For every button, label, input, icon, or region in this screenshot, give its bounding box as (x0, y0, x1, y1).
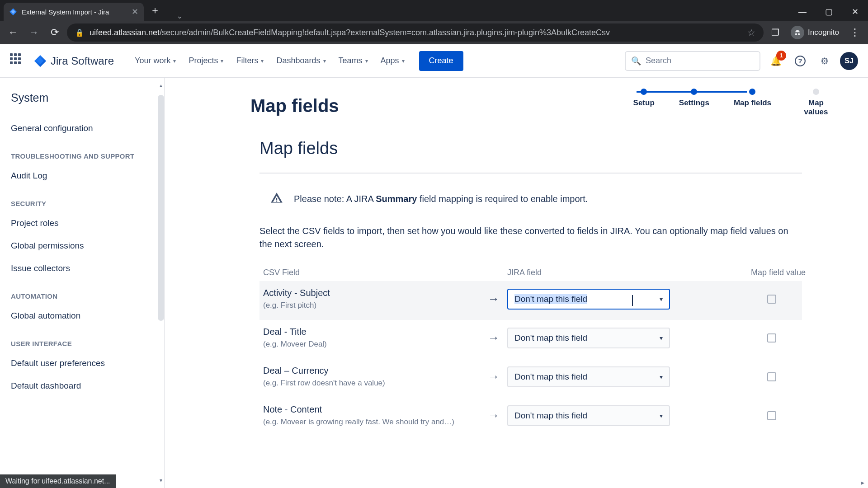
sidebar-heading: USER INTERFACE (11, 340, 164, 347)
jira-field-select[interactable]: Don't map this field▾ (507, 289, 670, 310)
sidebar: System General configurationTROUBLESHOOT… (0, 78, 165, 488)
arrow-right-icon: → (480, 408, 507, 422)
close-window-button[interactable]: ✕ (842, 3, 868, 21)
incognito-badge: Incognito (787, 26, 843, 39)
user-avatar[interactable]: SJ (840, 52, 858, 70)
jira-logo[interactable]: Jira Software (33, 54, 114, 68)
instructions: Select the CSV fields to import, then se… (259, 225, 797, 251)
jira-favicon-icon (9, 8, 17, 16)
sidebar-item-project-roles[interactable]: Project roles (11, 212, 164, 235)
tabs-caret-icon[interactable]: ⌄ (166, 11, 193, 21)
chevron-down-icon: ▾ (660, 296, 663, 303)
jira-field-select[interactable]: Don't map this field▾ (507, 366, 670, 387)
chevron-down-icon: ▾ (323, 58, 326, 64)
jira-field-select[interactable]: Don't map this field▾ (507, 405, 670, 426)
back-button[interactable]: ← (5, 24, 22, 41)
warning-note: Please note: A JIRA Summary field mappin… (270, 192, 841, 206)
table-row: Deal - Title(e.g. Moveer Deal)→Don't map… (259, 320, 802, 359)
url-bar[interactable]: 🔒 uifeed.atlassian.net/secure/admin/Bulk… (67, 23, 764, 42)
col-csv-field: CSV Field (263, 268, 480, 277)
tab-close-icon[interactable]: ✕ (132, 7, 138, 17)
chevron-down-icon: ▾ (660, 373, 663, 380)
app-nav: Jira Software Your work▾Projects▾Filters… (0, 44, 868, 78)
chevron-down-icon: ▾ (402, 58, 405, 64)
jira-field-select[interactable]: Don't map this field▾ (507, 328, 670, 348)
col-jira-field: JIRA field (507, 268, 738, 277)
step-setup: Setup (633, 89, 655, 117)
sidebar-item-default-dashboard[interactable]: Default dashboard (11, 375, 164, 397)
scroll-up-icon[interactable]: ▴ (160, 82, 162, 89)
step-settings: Settings (679, 89, 709, 117)
sidebar-item-global-permissions[interactable]: Global permissions (11, 235, 164, 257)
create-button[interactable]: Create (419, 51, 463, 71)
url-text: uifeed.atlassian.net/secure/admin/BulkCr… (90, 28, 742, 38)
browser-tab[interactable]: External System Import - Jira ✕ (4, 3, 144, 21)
sidebar-item-audit-log[interactable]: Audit Log (11, 164, 164, 187)
sidebar-title: System (11, 91, 164, 104)
chevron-down-icon: ▾ (261, 58, 264, 64)
svg-text:?: ? (798, 57, 802, 65)
app-switcher-icon[interactable] (10, 53, 25, 69)
nav-item-dashboards[interactable]: Dashboards▾ (270, 52, 332, 70)
forward-button[interactable]: → (25, 24, 42, 41)
stepper-progress-line (637, 91, 747, 93)
table-row: Note - Content(e.g. Moveer is growing re… (259, 398, 802, 436)
settings-gear-icon[interactable]: ⚙ (816, 52, 834, 70)
sidebar-item-issue-collectors[interactable]: Issue collectors (11, 257, 164, 280)
search-input[interactable]: 🔍 Search (625, 51, 760, 71)
nav-item-filters[interactable]: Filters▾ (230, 52, 270, 70)
csv-field-cell: Deal - Title(e.g. Moveer Deal) (263, 327, 480, 349)
maximize-button[interactable]: ▢ (816, 3, 842, 21)
new-tab-button[interactable]: ＋ (144, 4, 166, 21)
step-map-fields: Map fields (734, 89, 771, 117)
notifications-icon[interactable]: 🔔1 (767, 52, 785, 70)
tab-bar: External System Import - Jira ✕ ＋ ⌄ — ▢ … (0, 0, 868, 21)
chevron-down-icon: ▾ (173, 58, 176, 64)
map-value-checkbox[interactable] (767, 411, 776, 420)
step-dot-icon (749, 89, 755, 95)
col-map-value: Map field value (738, 268, 806, 277)
sidebar-heading: AUTOMATION (11, 292, 164, 300)
step-map-values: Map values (796, 89, 836, 117)
csv-field-cell: Note - Content(e.g. Moveer is growing re… (263, 404, 480, 427)
horizontal-scroll-right-icon[interactable]: ▸ (857, 477, 868, 488)
sidebar-heading: SECURITY (11, 200, 164, 207)
chevron-down-icon: ▾ (660, 334, 663, 342)
field-map-table: CSV Field JIRA field Map field value Act… (259, 264, 802, 436)
sidebar-heading: TROUBLESHOOTING AND SUPPORT (11, 152, 164, 160)
reload-button[interactable]: ⟳ (46, 24, 63, 41)
incognito-icon (791, 26, 804, 39)
browser-chrome: External System Import - Jira ✕ ＋ ⌄ — ▢ … (0, 0, 868, 44)
step-dot-icon (813, 89, 819, 95)
divider (259, 173, 802, 174)
help-icon[interactable]: ? (791, 52, 809, 70)
map-value-checkbox[interactable] (767, 295, 776, 304)
window-controls: — ▢ ✕ (789, 3, 868, 21)
nav-item-apps[interactable]: Apps▾ (374, 52, 411, 70)
page-body: System General configurationTROUBLESHOOT… (0, 78, 868, 488)
nav-item-your-work[interactable]: Your work▾ (128, 52, 182, 70)
table-row: Deal – Currency(e.g. First row doesn't h… (259, 359, 802, 398)
table-header: CSV Field JIRA field Map field value (259, 264, 802, 281)
map-value-checkbox[interactable] (767, 333, 776, 343)
status-bar: Waiting for uifeed.atlassian.net... (0, 474, 116, 488)
nav-item-teams[interactable]: Teams▾ (332, 52, 374, 70)
search-icon: 🔍 (631, 56, 641, 66)
warning-icon (270, 192, 283, 206)
tab-title: External System Import - Jira (22, 8, 127, 16)
map-value-checkbox[interactable] (767, 372, 776, 381)
extensions-icon[interactable]: ❐ (767, 24, 783, 41)
sidebar-item-global-automation[interactable]: Global automation (11, 305, 164, 327)
browser-menu-icon[interactable]: ⋮ (846, 27, 863, 38)
search-placeholder: Search (646, 56, 671, 66)
sidebar-item-general-configuration[interactable]: General configuration (11, 117, 164, 140)
nav-item-projects[interactable]: Projects▾ (182, 52, 230, 70)
sidebar-item-default-user-preferences[interactable]: Default user preferences (11, 352, 164, 375)
minimize-button[interactable]: — (789, 3, 816, 21)
chevron-down-icon: ▾ (365, 58, 368, 64)
bookmark-star-icon[interactable]: ☆ (747, 27, 755, 38)
section-title: Map fields (259, 139, 841, 158)
main-content: SetupSettingsMap fieldsMap values Map fi… (165, 78, 868, 488)
scroll-down-icon[interactable]: ▾ (160, 477, 162, 483)
csv-field-cell: Deal – Currency(e.g. First row doesn't h… (263, 366, 480, 388)
